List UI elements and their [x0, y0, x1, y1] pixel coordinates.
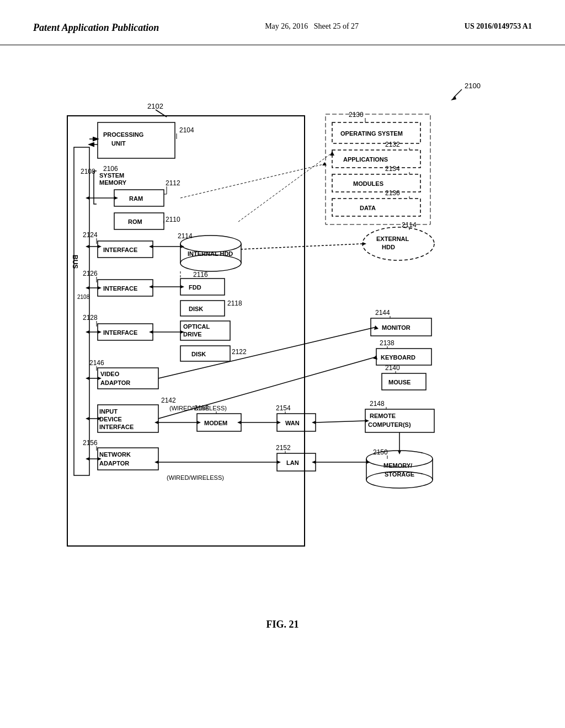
ram-label: RAM — [129, 195, 143, 202]
label-2116: 2116 — [193, 271, 208, 279]
patent-header: Patent Application Publication May 26, 2… — [0, 0, 565, 45]
wired-wireless2: (WIRED/WIRELESS) — [167, 474, 224, 481]
remote-computers-label: REMOTE — [370, 413, 396, 419]
label-2154: 2154 — [276, 404, 291, 412]
fdd-label: FDD — [189, 284, 201, 291]
svg-point-60 — [363, 227, 434, 260]
svg-rect-27 — [180, 279, 225, 295]
svg-marker-91 — [366, 461, 370, 464]
wan-label: WAN — [285, 420, 300, 426]
optical-drive-label2: DRIVE — [183, 331, 202, 338]
patent-title: Patent Application Publication — [33, 22, 159, 34]
svg-rect-2 — [74, 147, 89, 475]
svg-marker-92 — [312, 461, 316, 464]
optical-drive-label: OPTICAL — [183, 323, 210, 330]
label-2108: 2108 — [81, 168, 95, 175]
label-2158: 2158 — [194, 404, 209, 412]
mouse-label: MOUSE — [388, 379, 411, 386]
svg-marker-40 — [149, 330, 153, 334]
modem-label: MODEM — [204, 420, 227, 426]
svg-marker-59 — [330, 151, 334, 156]
svg-marker-96 — [322, 162, 327, 165]
label-2114: 2114 — [178, 232, 193, 240]
label-2124: 2124 — [83, 231, 98, 239]
svg-marker-10 — [114, 196, 118, 200]
lan-label: LAN — [286, 459, 299, 466]
external-hdd-label2: HDD — [382, 244, 395, 250]
figure-label: FIG. 21 — [266, 619, 299, 630]
patent-meta: May 26, 2016 Sheet 25 of 27 — [265, 22, 359, 31]
memory-storage-label2: STORAGE — [385, 471, 414, 478]
applications-label: APPLICATIONS — [343, 156, 388, 163]
disk2-label: DISK — [191, 351, 206, 357]
label-2134: 2134 — [385, 165, 400, 173]
label-2102: 2102 — [147, 102, 163, 110]
patent-number: US 2016/0149753 A1 — [465, 22, 532, 31]
interface3-label: INTERFACE — [103, 329, 137, 336]
interface1-label: INTERFACE — [103, 247, 137, 253]
label-2150: 2150 — [373, 448, 388, 456]
svg-rect-56 — [332, 199, 420, 216]
label-2118: 2118 — [227, 299, 242, 307]
memory-storage-label: MEMORY/ — [383, 462, 412, 469]
network-adaptor-label2: ADAPTOR — [99, 460, 129, 467]
svg-marker-62 — [363, 242, 366, 245]
svg-marker-26 — [98, 286, 102, 290]
external-hdd-label: EXTERNAL — [376, 235, 409, 242]
label-2114b: 2114 — [402, 221, 417, 229]
patent-sheet: Sheet 25 of 27 — [314, 22, 359, 30]
patent-diagram: 2100 2102 BUS 2108 PROCESSING UNIT 2104 … — [34, 67, 531, 608]
svg-marker-77 — [237, 421, 241, 424]
svg-marker-73 — [154, 421, 158, 424]
bus-num: 2108 — [77, 294, 90, 300]
label-2142: 2142 — [161, 397, 176, 404]
label-2104: 2104 — [179, 126, 194, 134]
os-label: OPERATING SYSTEM — [340, 130, 403, 137]
network-adaptor-label: NETWORK — [99, 451, 131, 458]
svg-marker-25 — [86, 286, 89, 290]
svg-point-16 — [180, 255, 241, 271]
label-2100: 2100 — [465, 82, 481, 90]
processing-unit-label2: UNIT — [111, 140, 126, 147]
svg-marker-22 — [149, 245, 153, 248]
svg-marker-34 — [86, 330, 89, 334]
label-2146: 2146 — [89, 359, 104, 367]
svg-marker-35 — [98, 330, 102, 334]
label-2132: 2132 — [385, 141, 400, 148]
label-2106: 2106 — [103, 165, 118, 173]
monitor-label: MONITOR — [382, 324, 411, 331]
input-device-label3: INTERFACE — [99, 424, 134, 430]
label-2128: 2128 — [83, 314, 98, 322]
data-label: DATA — [360, 205, 376, 211]
svg-marker-30 — [180, 285, 184, 288]
label-2156: 2156 — [83, 439, 98, 447]
label-2112: 2112 — [166, 179, 180, 187]
label-2138: 2138 — [380, 339, 395, 347]
video-adaptor-label: VIDEO — [100, 371, 120, 377]
svg-marker-13 — [86, 245, 89, 248]
svg-marker-14 — [98, 245, 102, 248]
patent-date: May 26, 2016 — [265, 22, 308, 30]
interface2-label: INTERFACE — [103, 285, 137, 292]
svg-marker-72 — [197, 421, 201, 424]
remote-computers-label2: COMPUTER(S) — [368, 421, 411, 428]
label-2136: 2136 — [385, 189, 400, 197]
label-2122: 2122 — [232, 348, 247, 356]
svg-marker-51 — [86, 457, 89, 461]
label-2110: 2110 — [166, 216, 180, 223]
input-device-label2: DEVICE — [99, 416, 122, 422]
internal-hdd-label: INTERNAL HDD — [188, 250, 233, 257]
svg-marker-0 — [451, 96, 456, 100]
svg-marker-84 — [277, 461, 281, 464]
svg-rect-3 — [98, 122, 175, 158]
svg-marker-94 — [398, 451, 401, 454]
system-memory-label: SYSTEM — [99, 172, 124, 179]
disk1-label: DISK — [189, 306, 203, 312]
label-2130: 2130 — [349, 111, 364, 119]
svg-line-68 — [158, 357, 376, 419]
rom-label: ROM — [128, 218, 142, 225]
modules-label: MODULES — [353, 180, 383, 187]
bus-label: BUS — [71, 255, 79, 269]
label-2148: 2148 — [370, 400, 385, 408]
video-adaptor-label2: ADAPTOR — [100, 379, 130, 386]
